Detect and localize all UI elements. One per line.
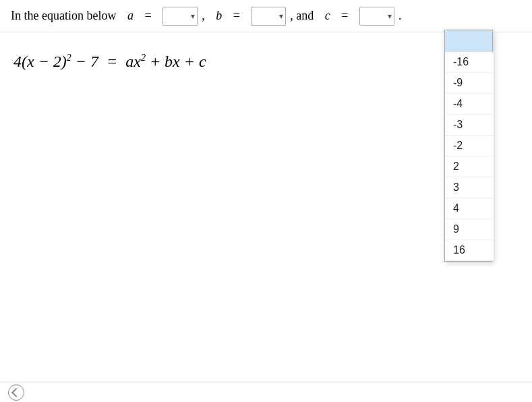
c-option-neg3[interactable]: -3 [445, 115, 494, 136]
equals-a: = [144, 9, 151, 23]
math-equation: 4(x − 2)2 − 7 = ax2 + bx + c [13, 53, 519, 71]
c-option-neg9[interactable]: -9 [445, 73, 494, 94]
and-text: , and [290, 9, 314, 23]
equals-b: = [233, 9, 240, 23]
dropdown-c[interactable]: -16 -9 -4 -3 -2 2 3 4 9 16 [359, 7, 394, 26]
comma-b: , [202, 9, 205, 23]
c-dropdown-selected-empty[interactable] [445, 30, 492, 52]
c-var: c [325, 9, 330, 23]
c-option-2[interactable]: 2 [445, 156, 494, 177]
c-option-neg2[interactable]: -2 [445, 136, 494, 156]
c-option-9[interactable]: 9 [445, 219, 494, 240]
c-option-16[interactable]: 16 [445, 240, 494, 261]
c-option-neg4[interactable]: -4 [445, 94, 494, 115]
c-dropdown-open: -16 -9 -4 -3 -2 2 3 4 9 16 [444, 30, 493, 262]
a-var: a [127, 9, 134, 23]
c-option-4[interactable]: 4 [445, 198, 494, 219]
prev-button[interactable] [8, 384, 24, 401]
period: . [398, 9, 402, 23]
dropdown-c-wrapper[interactable]: -16 -9 -4 -3 -2 2 3 4 9 16 [359, 7, 394, 26]
eq-lhs: 4(x − 2)2 − 7 = ax2 + bx + c [13, 53, 206, 71]
bottom-bar [0, 382, 532, 402]
prev-icon [11, 387, 21, 397]
instruction-text: In the equation below a = -16 -9 -4 -3 -… [11, 7, 401, 26]
text-prefix: In the equation below [11, 9, 116, 23]
dropdown-a[interactable]: -16 -9 -4 -3 -2 2 3 4 9 16 [162, 7, 198, 26]
dropdown-b[interactable]: -16 -9 -4 -3 -2 2 3 4 9 16 [251, 7, 286, 26]
c-dropdown-list: -16 -9 -4 -3 -2 2 3 4 9 16 [445, 52, 494, 261]
b-var: b [216, 9, 222, 23]
dropdown-b-wrapper[interactable]: -16 -9 -4 -3 -2 2 3 4 9 16 [251, 7, 286, 26]
dropdown-a-wrapper[interactable]: -16 -9 -4 -3 -2 2 3 4 9 16 [162, 7, 198, 26]
c-option-3[interactable]: 3 [445, 177, 494, 198]
equals-c: = [341, 9, 348, 23]
c-option-neg16[interactable]: -16 [445, 52, 494, 73]
instruction-bar: In the equation below a = -16 -9 -4 -3 -… [0, 0, 532, 32]
